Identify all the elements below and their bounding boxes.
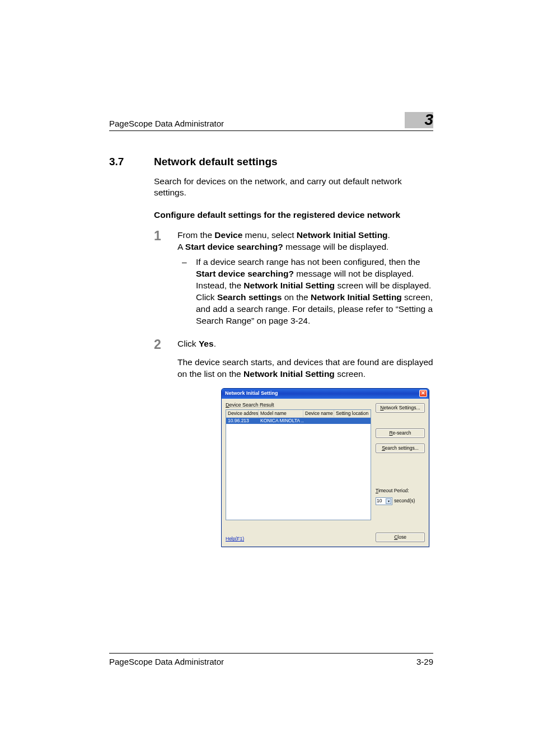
header-doc-title: PageScope Data Administrator bbox=[109, 119, 224, 128]
col-device-name[interactable]: Device name bbox=[303, 410, 334, 417]
col-model-name[interactable]: Model name bbox=[259, 410, 303, 417]
bullet-body: If a device search range has not been co… bbox=[196, 256, 433, 327]
step-number: 1 bbox=[154, 230, 177, 334]
col-device-address[interactable]: Device address bbox=[226, 410, 259, 417]
re-search-button[interactable]: Re-search bbox=[376, 428, 425, 438]
page-number: 3-29 bbox=[416, 657, 433, 666]
chapter-number: 3 bbox=[424, 112, 433, 128]
screen-name: Network Initial Setting bbox=[243, 281, 335, 290]
timeout-value: 10 bbox=[377, 498, 382, 504]
section-intro: Search for devices on the network, and c… bbox=[154, 176, 433, 198]
grid-header-row: Device address Model name Device name Se… bbox=[226, 410, 371, 418]
page-header: PageScope Data Administrator 3 bbox=[109, 112, 433, 131]
step-number: 2 bbox=[154, 338, 177, 351]
dialog-titlebar[interactable]: Network Initial Setting ✕ bbox=[222, 389, 429, 399]
page-footer: PageScope Data Administrator 3-29 bbox=[109, 653, 433, 666]
step-body: Click Yes. bbox=[177, 338, 433, 351]
close-icon[interactable]: ✕ bbox=[419, 390, 427, 397]
step-body: From the Device menu, select Network Ini… bbox=[177, 230, 433, 334]
screen-name: Network Initial Setting bbox=[243, 369, 335, 379]
bullet-dash: – bbox=[177, 256, 196, 327]
section-number: 3.7 bbox=[109, 156, 154, 168]
device-search-result-label: Device Search Result bbox=[226, 402, 371, 409]
text: screen. bbox=[335, 369, 366, 379]
text: Click bbox=[177, 339, 199, 348]
network-settings-button[interactable]: Network Settings... bbox=[376, 403, 425, 413]
cell-device-name bbox=[303, 418, 334, 424]
timeout-unit: second(s) bbox=[394, 498, 415, 504]
dialog-figure: Network Initial Setting ✕ Device Search … bbox=[221, 388, 433, 548]
device-search-result-grid[interactable]: Device address Model name Device name Se… bbox=[226, 409, 371, 520]
dialog-title: Network Initial Setting bbox=[225, 390, 278, 397]
search-settings-button[interactable]: Search settings... bbox=[376, 444, 425, 453]
menu-name: Device bbox=[214, 230, 242, 240]
table-row[interactable]: 10.96.213 KONICA MINOLTA ... bbox=[226, 418, 371, 424]
section-heading: 3.7 Network default settings bbox=[109, 156, 433, 168]
footer-doc-title: PageScope Data Administrator bbox=[109, 657, 224, 666]
message-name: Start device searching? bbox=[196, 269, 294, 278]
step-1-bullet: – If a device search range has not been … bbox=[177, 256, 433, 327]
close-button[interactable]: Close bbox=[376, 533, 425, 542]
text: on the bbox=[282, 292, 311, 302]
text: If a device search range has not been co… bbox=[196, 257, 420, 267]
cell-model-name: KONICA MINOLTA ... bbox=[259, 418, 303, 424]
chapter-badge: 3 bbox=[405, 112, 433, 128]
step-2-result: The device search starts, and devices th… bbox=[177, 357, 433, 380]
text: . bbox=[388, 230, 390, 240]
section-title: Network default settings bbox=[154, 156, 278, 168]
section-subhead: Configure default settings for the regis… bbox=[154, 209, 433, 221]
text: A bbox=[177, 242, 185, 251]
help-link[interactable]: Help(F1) bbox=[226, 536, 244, 542]
button-name: Yes bbox=[199, 339, 214, 348]
screen-name: Network Initial Setting bbox=[311, 292, 402, 302]
text: From the bbox=[177, 230, 214, 240]
command-name: Network Initial Setting bbox=[297, 230, 388, 240]
timeout-select[interactable]: 10 ▾ bbox=[376, 497, 392, 505]
step-2: 2 Click Yes. bbox=[154, 338, 433, 351]
timeout-period-label: Timeout Period: bbox=[376, 488, 425, 494]
network-initial-setting-dialog: Network Initial Setting ✕ Device Search … bbox=[221, 388, 429, 548]
step-1: 1 From the Device menu, select Network I… bbox=[154, 230, 433, 334]
cell-device-address: 10.96.213 bbox=[226, 418, 259, 424]
chevron-down-icon[interactable]: ▾ bbox=[386, 498, 391, 504]
cell-setting-location bbox=[334, 418, 371, 424]
text: message will be displayed. bbox=[283, 242, 389, 251]
button-name: Search settings bbox=[217, 292, 282, 302]
text: menu, select bbox=[242, 230, 297, 240]
message-name: Start device searching? bbox=[185, 242, 283, 251]
text: . bbox=[214, 339, 216, 348]
col-setting-location[interactable]: Setting location bbox=[334, 410, 371, 417]
